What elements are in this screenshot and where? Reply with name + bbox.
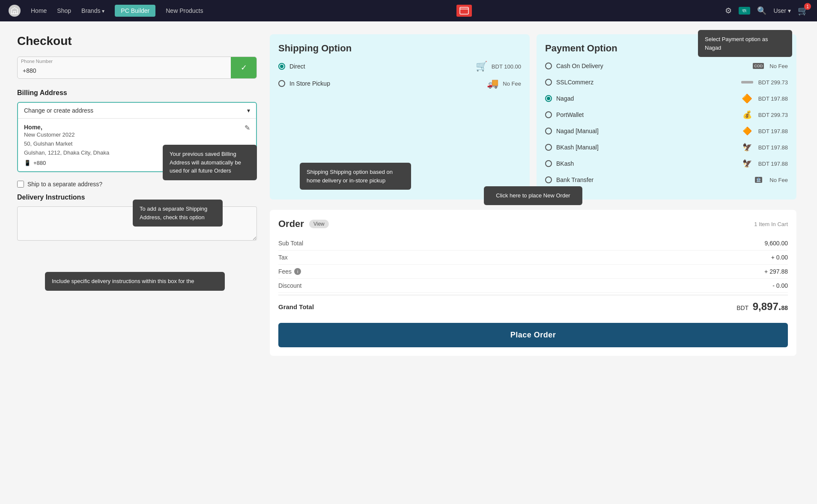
- radio-ssl[interactable]: [545, 79, 552, 86]
- payment-bank-label: Bank Transfer: [556, 176, 747, 183]
- address-tag: Home,: [24, 124, 250, 131]
- view-badge[interactable]: View: [309, 220, 329, 228]
- payment-nagad-manual[interactable]: Nagad [Manual] 🔶 BDT 197.88: [545, 126, 788, 136]
- grand-decimal: 88: [781, 304, 788, 311]
- bkash-icon: 🦅: [740, 158, 754, 169]
- order-section: Order View 1 Item In Cart Sub Total 9,60…: [270, 210, 796, 356]
- payment-bkash[interactable]: BKash 🦅 BDT 197.88: [545, 158, 788, 169]
- svg-rect-0: [460, 7, 468, 14]
- grand-total-label: Grand Total: [278, 303, 314, 310]
- tooltip-shipping-option: Shipping Shipping option based on home d…: [300, 163, 411, 190]
- payment-option-card: Payment Option Cash On Delivery COD No F…: [537, 34, 796, 200]
- subtotal-value: 9,600.00: [765, 240, 788, 247]
- payment-portwallet-label: PortWallet: [556, 111, 736, 118]
- nagad-icon: 🔶: [740, 93, 754, 104]
- ssl-icon: [740, 77, 754, 87]
- item-count: 1 Item In Cart: [754, 221, 788, 227]
- shipping-direct-label: Direct: [289, 63, 471, 70]
- cod-icon: COD: [751, 61, 765, 71]
- shipping-pickup-label: In Store Pickup: [289, 80, 483, 87]
- navbar: Home Shop Brands ▾ PC Builder New Produc…: [0, 0, 817, 21]
- radio-pickup[interactable]: [278, 80, 285, 87]
- phone-input-wrapper: Phone Number: [18, 58, 231, 78]
- grand-total-value: BDT 9,897.88: [736, 301, 788, 313]
- pickup-price: No Fee: [503, 81, 521, 87]
- payment-cod-label: Cash On Delivery: [556, 63, 747, 69]
- radio-bkash-manual[interactable]: [545, 144, 552, 151]
- tooltip-billing: Your previous saved Billing Address will…: [163, 145, 257, 180]
- fees-value: + 297.88: [764, 268, 788, 275]
- subtotal-row: Sub Total 9,600.00: [278, 236, 788, 251]
- settings-icon[interactable]: ⚙: [725, 6, 732, 15]
- shipping-direct[interactable]: Direct 🛒 BDT 100.00: [278, 61, 521, 72]
- payment-bkash-manual[interactable]: BKash [Manual] 🦅 BDT 197.88: [545, 142, 788, 152]
- nav-new-products[interactable]: New Products: [166, 7, 203, 14]
- address-edit-icon[interactable]: ✎: [245, 124, 250, 132]
- nav-pc-builder[interactable]: PC Builder: [115, 5, 155, 17]
- tax-label: Tax: [278, 254, 288, 261]
- payment-bkash-label: BKash: [556, 160, 736, 167]
- center-logo: [456, 5, 472, 17]
- place-order-button[interactable]: Place Order: [278, 323, 788, 347]
- radio-cod[interactable]: [545, 63, 552, 69]
- discount-label: Discount: [278, 282, 301, 289]
- address-select-button[interactable]: Change or create address ▾: [18, 103, 256, 119]
- payment-bkash-manual-label: BKash [Manual]: [556, 144, 736, 151]
- payment-cod-price: No Fee: [769, 63, 788, 69]
- fees-info-icon[interactable]: i: [294, 268, 301, 275]
- ship-separate-checkbox[interactable]: [17, 181, 24, 188]
- direct-icon: 🛒: [476, 61, 487, 72]
- cart-icon[interactable]: 🛒 1: [798, 6, 808, 16]
- fees-label: Fees i: [278, 268, 301, 275]
- shipping-pickup[interactable]: In Store Pickup 🚚 No Fee: [278, 78, 521, 89]
- nav-right-actions: ⚙ বাং 🔍 User ▾ 🛒 1: [725, 6, 808, 16]
- nav-shop[interactable]: Shop: [57, 7, 71, 14]
- search-icon[interactable]: 🔍: [757, 6, 766, 15]
- phone-check-button[interactable]: ✓: [231, 57, 256, 78]
- payment-bkash-price: BDT 197.88: [758, 161, 788, 167]
- cart-count: 1: [804, 3, 811, 10]
- payment-cod[interactable]: Cash On Delivery COD No Fee: [545, 61, 788, 71]
- payment-portwallet-price: BDT 299.73: [758, 112, 788, 118]
- bkash-manual-icon: 🦅: [740, 142, 754, 152]
- payment-nagad-manual-price: BDT 197.88: [758, 128, 788, 134]
- tax-value: + 0.00: [771, 254, 788, 261]
- radio-bkash[interactable]: [545, 160, 552, 167]
- payment-bank[interactable]: Bank Transfer 🏦 No Fee: [545, 175, 788, 185]
- radio-direct[interactable]: [278, 63, 285, 70]
- ship-separate-label: Ship to a separate address?: [27, 181, 102, 188]
- nav-home[interactable]: Home: [31, 7, 47, 14]
- payment-nagad-label: Nagad: [556, 95, 736, 102]
- direct-price: BDT 100.00: [492, 63, 521, 70]
- shipping-option-title: Shipping Option: [278, 43, 521, 54]
- phone-icon: 📱: [24, 160, 31, 166]
- payment-ssl-price: BDT 299.73: [758, 79, 788, 86]
- nav-brands[interactable]: Brands ▾: [81, 7, 104, 14]
- user-dropdown-icon: ▾: [788, 7, 791, 14]
- radio-nagad-manual[interactable]: [545, 128, 552, 134]
- discount-row: Discount - 0.00: [278, 279, 788, 293]
- language-selector[interactable]: বাং: [739, 7, 750, 15]
- phone-field: Phone Number ✓: [17, 57, 257, 79]
- grand-amount: 9,897.: [753, 301, 781, 312]
- address-dropdown-label: Change or create address: [24, 107, 93, 114]
- grand-total-row: Grand Total BDT 9,897.88: [278, 295, 788, 318]
- phone-label: Phone Number: [21, 59, 53, 64]
- address-name: New Customer 2022: [24, 131, 250, 140]
- bank-icon: 🏦: [751, 175, 765, 185]
- user-menu[interactable]: User ▾: [773, 7, 791, 14]
- radio-bank[interactable]: [545, 176, 552, 183]
- phone-input[interactable]: [23, 67, 226, 74]
- payment-portwallet[interactable]: PortWallet 💰 BDT 299.73: [545, 110, 788, 120]
- fees-row: Fees i + 297.88: [278, 265, 788, 279]
- payment-nagad-manual-label: Nagad [Manual]: [556, 128, 736, 134]
- radio-portwallet[interactable]: [545, 111, 552, 118]
- payment-ssl[interactable]: SSLCommerz BDT 299.73: [545, 77, 788, 87]
- order-title: Order: [278, 218, 304, 230]
- payment-nagad[interactable]: Nagad 🔶 BDT 197.88: [545, 93, 788, 104]
- pickup-icon: 🚚: [487, 78, 498, 89]
- order-header: Order View 1 Item In Cart: [278, 218, 788, 230]
- address-dropdown-arrow: ▾: [247, 107, 250, 114]
- nagad-manual-icon: 🔶: [740, 126, 754, 136]
- radio-nagad[interactable]: [545, 95, 552, 102]
